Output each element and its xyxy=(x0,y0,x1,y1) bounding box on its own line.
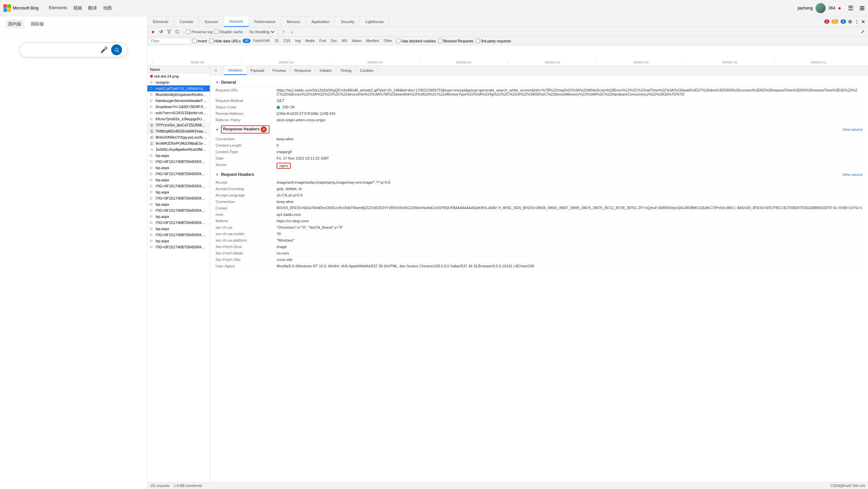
view-source-request[interactable]: View source xyxy=(842,172,863,177)
third-party-checkbox[interactable] xyxy=(476,39,480,43)
close-detail-icon[interactable]: ✕ xyxy=(214,68,218,73)
detail-tab-initiator[interactable]: Initiator xyxy=(316,66,336,75)
settings-icon[interactable]: ⚙ xyxy=(848,19,852,24)
tab-console[interactable]: Console xyxy=(174,16,199,27)
type-doc[interactable]: Doc xyxy=(329,39,339,43)
search-network-btn[interactable] xyxy=(174,28,181,35)
list-item[interactable]: □ lsp.aspx xyxy=(147,165,210,171)
hide-data-urls-checkbox[interactable] xyxy=(209,39,214,43)
response-headers-section-header[interactable]: ▼ Response Headers 4 View source xyxy=(216,123,863,136)
detail-tab-headers[interactable]: Headers xyxy=(224,66,247,75)
list-item[interactable]: □ lsp.aspx xyxy=(147,152,210,159)
type-font[interactable]: Font xyxy=(317,39,328,43)
third-party-label[interactable]: 3rd-party requests xyxy=(476,39,511,43)
tab-application[interactable]: Application xyxy=(306,16,336,27)
request-headers-section-header[interactable]: ▼ Request Headers View source xyxy=(216,170,863,179)
tab-lighthouse[interactable]: Lighthouse xyxy=(360,16,389,27)
qr-icon[interactable]: ⊞ xyxy=(860,4,865,12)
list-item[interactable]: □ l?IG=0F151740B7D6455FAF7E... xyxy=(147,159,210,165)
search-button[interactable] xyxy=(111,44,122,55)
more-icon[interactable]: ⋮ xyxy=(854,19,859,24)
nav-video[interactable]: 视频 xyxy=(73,5,82,11)
list-item[interactable]: red-dot-24.png xyxy=(147,73,210,79)
list-item[interactable]: □ l?IG=0F151740B7D6455FAF7E... xyxy=(147,220,210,226)
hide-data-urls-label[interactable]: Hide data URLs xyxy=(209,39,241,43)
tab-international[interactable]: 国际版 xyxy=(28,20,47,28)
download-btn[interactable]: ↓ xyxy=(288,28,295,35)
list-item[interactable]: □ BlueIdentityDropdownRedirec... xyxy=(147,91,210,98)
list-item[interactable]: □ scfo?ver=41243133&mkt=zh-... xyxy=(147,110,210,116)
list-item[interactable]: □ HamburgerServicesHeaderFly... xyxy=(147,98,210,104)
list-item[interactable]: □ lsp.aspx xyxy=(147,226,210,232)
list-item[interactable]: ◫ MnHJON9xUYXpg-poLvycfoc... xyxy=(147,134,210,140)
has-blocked-cookies-checkbox[interactable] xyxy=(396,39,401,43)
tab-domestic[interactable]: 国内版 xyxy=(5,20,24,28)
list-item[interactable]: □ lsp.aspx xyxy=(147,177,210,183)
list-item[interactable]: ◫ 7tTfYznr5m_lbsCaTZ5IJ5NfMN... xyxy=(147,122,210,128)
detail-tab-timing[interactable]: Timing xyxy=(336,66,356,75)
type-media[interactable]: Media xyxy=(303,39,317,43)
detail-tab-response[interactable]: Response xyxy=(290,66,316,75)
list-item[interactable]: □ l?IG=0F151740B7D6455FAF7E... xyxy=(147,183,210,189)
list-item[interactable]: □ lsp.aspx xyxy=(147,201,210,207)
type-img[interactable]: Img xyxy=(293,39,303,43)
detail-tab-close[interactable]: ✕ xyxy=(210,66,224,75)
type-manifest[interactable]: Manifest xyxy=(364,39,381,43)
type-other[interactable]: Other xyxy=(382,39,394,43)
disable-cache-checkbox[interactable] xyxy=(214,29,218,34)
detail-tab-payload[interactable]: Payload xyxy=(247,66,269,75)
blocked-requests-checkbox[interactable] xyxy=(438,39,442,43)
hamburger-icon[interactable]: ☰ xyxy=(848,4,853,12)
list-item[interactable]: □ l?IG=0F151740B7D6455FAF7E... xyxy=(147,195,210,201)
preserve-log-checkbox[interactable] xyxy=(186,29,190,34)
refresh-button[interactable]: ↺ xyxy=(158,28,164,35)
list-item[interactable]: ◫ 9roWR2D5ePUMzD9tbaESvO... xyxy=(147,140,210,146)
has-blocked-cookies-label[interactable]: Has blocked cookies xyxy=(396,39,436,43)
detail-tab-preview[interactable]: Preview xyxy=(268,66,290,75)
expand-btn[interactable]: ⤢ xyxy=(859,28,866,35)
list-item[interactable]: □ nosignin xyxy=(147,79,210,85)
list-item[interactable]: — 1bS66LcKydbjw6xnNUaVfMtxl... xyxy=(147,146,210,152)
list-item-selected[interactable]: □ mwb2.gif?pid=19_148&lid=&... xyxy=(147,85,210,91)
tab-security[interactable]: Security xyxy=(335,16,360,27)
list-item[interactable]: □ KKmv7jms62e_ic8wypgx5UKG... xyxy=(147,116,210,122)
list-item[interactable]: □ Dropdown?n=1&IID=SERP.50... xyxy=(147,104,210,110)
detail-tab-cookies[interactable]: Cookies xyxy=(356,66,378,75)
tab-sources[interactable]: Sources xyxy=(199,16,224,27)
filter-input[interactable] xyxy=(149,38,190,44)
disable-cache-label[interactable]: Disable cache xyxy=(214,29,243,34)
tab-performance[interactable]: Performance xyxy=(249,16,281,27)
type-wasm[interactable]: Wasm xyxy=(350,39,363,43)
list-item[interactable]: □ l?IG=0F151740B7D6455FAF7E... xyxy=(147,171,210,177)
mic-icon[interactable]: 🎤 xyxy=(100,46,108,54)
tab-network[interactable]: Network xyxy=(224,16,249,27)
nav-map[interactable]: 地图 xyxy=(103,5,112,11)
list-item[interactable]: □ lsp.aspx xyxy=(147,238,210,244)
nav-translate[interactable]: 翻译 xyxy=(88,5,97,11)
list-item[interactable]: □ lsp.aspx xyxy=(147,189,210,195)
search-input[interactable] xyxy=(25,47,97,53)
record-button[interactable]: ● xyxy=(149,28,156,35)
tab-memory[interactable]: Memory xyxy=(281,16,306,27)
invert-checkbox[interactable] xyxy=(192,39,197,43)
filter-icon-btn[interactable] xyxy=(166,28,173,35)
type-all[interactable]: All xyxy=(243,39,250,43)
type-fetch-xhr[interactable]: Fetch/XHR xyxy=(251,39,272,43)
type-ws[interactable]: WS xyxy=(340,39,349,43)
list-item[interactable]: □ l?IG=0F151740B7D6455FAF7E... xyxy=(147,207,210,213)
invert-checkbox-label[interactable]: Invert xyxy=(192,39,207,43)
upload-btn[interactable]: ↑ xyxy=(280,28,287,35)
list-item[interactable]: ◫ 7htWzqWZv8GSHJaIW1haas9... xyxy=(147,128,210,134)
list-item[interactable]: □ l?IG=0F151740B7D6455FAF7E... xyxy=(147,232,210,238)
throttling-select[interactable]: No throttling xyxy=(248,29,275,34)
blocked-requests-label[interactable]: Blocked Requests xyxy=(438,39,473,43)
general-section-header[interactable]: ▼ General xyxy=(216,78,863,87)
close-devtools-icon[interactable]: ✕ xyxy=(861,19,865,24)
preserve-log-label[interactable]: Preserve log xyxy=(186,29,213,34)
type-css[interactable]: CSS xyxy=(281,39,292,43)
list-item[interactable]: □ lsp.aspx xyxy=(147,213,210,220)
nav-images[interactable]: Elements xyxy=(49,5,67,11)
type-js[interactable]: JS xyxy=(272,39,281,43)
view-source-response[interactable]: View source xyxy=(842,127,863,131)
list-item[interactable]: □ l?IG=0F151740B7D6455FAF7E... xyxy=(147,244,210,250)
